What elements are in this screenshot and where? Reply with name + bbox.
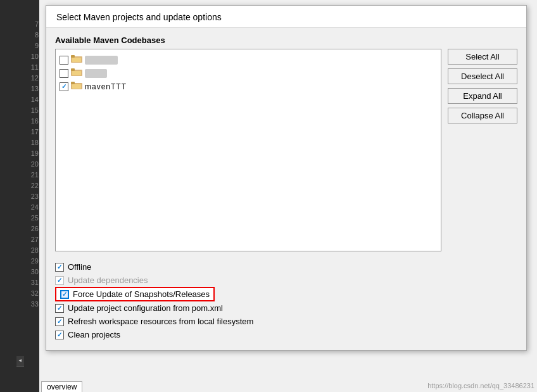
left-tab[interactable]: ▸ — [16, 356, 24, 367]
tree-item-2-label — [85, 69, 107, 78]
dialog: Select Maven projects and update options… — [46, 5, 527, 351]
expand-all-button[interactable]: Expand All — [448, 88, 517, 104]
tree-item-1-label — [85, 56, 118, 65]
line-num: 17 — [31, 127, 39, 137]
checkbox-refresh-workspace[interactable] — [55, 317, 64, 326]
line-num: 27 — [31, 234, 39, 245]
option-update-config-label: Update project configuration from pom.xm… — [68, 303, 223, 313]
checkbox-clean-projects[interactable] — [55, 331, 64, 339]
line-num: 13 — [31, 84, 39, 94]
folder-icon-3 — [71, 81, 82, 92]
line-num: 26 — [31, 224, 39, 234]
option-update-deps[interactable]: Update dependencies — [55, 274, 517, 287]
line-num: 15 — [31, 105, 39, 116]
left-sidebar-tabs: ▸ — [16, 356, 24, 367]
overview-tab-label: overview — [47, 383, 77, 391]
line-num: 12 — [31, 73, 39, 84]
line-num: 23 — [31, 191, 39, 202]
collapse-all-button[interactable]: Collapse All — [448, 108, 517, 123]
line-num: 31 — [31, 277, 39, 288]
line-num: 16 — [31, 116, 39, 127]
checkbox-item1[interactable] — [60, 56, 68, 65]
line-num: 18 — [31, 137, 39, 148]
checkbox-item2[interactable] — [60, 69, 68, 78]
line-num: 30 — [31, 267, 39, 277]
svg-rect-6 — [72, 71, 81, 75]
line-num: 28 — [31, 245, 39, 256]
section-label: Available Maven Codebases — [55, 35, 517, 45]
option-force-update-row[interactable]: Force Update of Snapshots/Releases — [55, 287, 215, 301]
tree-container[interactable]: mavenTTT — [55, 49, 441, 251]
folder-icon-1 — [71, 54, 82, 65]
options-area: Offline Update dependencies Force Update… — [55, 260, 517, 341]
svg-rect-8 — [71, 82, 75, 84]
svg-rect-2 — [71, 55, 75, 58]
option-update-deps-label: Update dependencies — [68, 275, 148, 285]
folder-icon-2 — [71, 68, 82, 79]
buttons-panel: Select All Deselect All Expand All Colla… — [448, 49, 517, 251]
svg-rect-9 — [72, 84, 81, 89]
option-clean-projects[interactable]: Clean projects — [55, 328, 517, 341]
line-num: 22 — [31, 180, 39, 191]
line-num: 8 — [35, 30, 39, 41]
overview-tab[interactable]: overview — [41, 381, 82, 392]
line-num: 11 — [31, 62, 39, 73]
dialog-title: Select Maven projects and update options — [56, 12, 516, 22]
line-num: 10 — [31, 51, 39, 62]
line-num: 19 — [31, 148, 39, 159]
option-offline-label: Offline — [68, 262, 91, 272]
line-num: 21 — [31, 170, 39, 180]
line-num: 24 — [31, 202, 39, 213]
line-num: 20 — [31, 159, 39, 170]
editor-background: 7 8 9 10 11 12 13 14 15 16 17 18 19 20 2… — [0, 0, 41, 392]
checkbox-force-update[interactable] — [60, 290, 69, 299]
tree-item-3[interactable]: mavenTTT — [58, 80, 438, 93]
checkbox-update-deps[interactable] — [55, 276, 64, 285]
deselect-all-button[interactable]: Deselect All — [448, 68, 517, 84]
tree-item-1[interactable] — [58, 53, 438, 66]
option-refresh-workspace-label: Refresh workspace resources from local f… — [68, 317, 253, 326]
dialog-body: Available Maven Codebases — [46, 28, 526, 350]
line-num: 33 — [31, 299, 39, 310]
checkbox-item3[interactable] — [60, 82, 68, 91]
watermark: https://blog.csdn.net/qq_33486231 — [427, 382, 534, 389]
select-all-button[interactable]: Select All — [448, 49, 517, 65]
svg-rect-5 — [71, 68, 75, 71]
dialog-overlay: Select Maven projects and update options… — [39, 0, 537, 392]
codebase-area: mavenTTT Select All Deselect All Expand … — [55, 49, 517, 251]
checkbox-update-config[interactable] — [55, 304, 64, 313]
line-num: 32 — [31, 288, 39, 299]
dialog-title-bar: Select Maven projects and update options — [46, 6, 526, 28]
svg-rect-3 — [72, 58, 81, 62]
tree-item-3-label: mavenTTT — [85, 82, 127, 91]
line-num: 25 — [31, 213, 39, 224]
option-update-config[interactable]: Update project configuration from pom.xm… — [55, 301, 517, 315]
option-force-update-label: Force Update of Snapshots/Releases — [73, 289, 210, 299]
line-num: 14 — [31, 94, 39, 105]
option-offline[interactable]: Offline — [55, 260, 517, 274]
tree-item-2[interactable] — [58, 66, 438, 80]
line-num: 29 — [31, 256, 39, 267]
line-num: 9 — [35, 41, 39, 51]
option-refresh-workspace[interactable]: Refresh workspace resources from local f… — [55, 315, 517, 328]
line-num: 7 — [35, 19, 39, 30]
checkbox-offline[interactable] — [55, 263, 64, 272]
option-clean-projects-label: Clean projects — [68, 330, 120, 339]
